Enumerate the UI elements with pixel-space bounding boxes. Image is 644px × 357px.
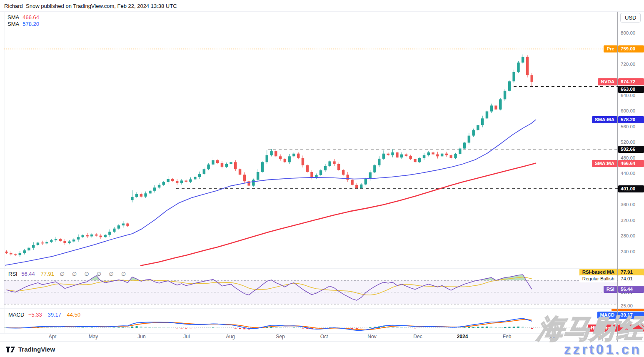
time-axis-label: Sep [276, 334, 285, 340]
time-axis-label: Aug [226, 334, 235, 340]
price-axis-tick: 600.00 [621, 108, 635, 114]
sma-fast-axis-label: SMA:MA [592, 160, 617, 167]
price-axis-tick: 240.00 [621, 249, 635, 255]
price-axis-tick: 560.00 [621, 124, 635, 130]
time-axis-label: Jun [137, 334, 145, 340]
level-401-badge: 401.00 [618, 185, 644, 192]
macd-signal-legend-value: 44.50 [67, 312, 81, 318]
rsi-ma-legend-value: 77.91 [40, 271, 54, 277]
price-axis-tick: 280.00 [621, 233, 635, 239]
price-axis-tick: 320.00 [621, 217, 635, 224]
tradingview-logo-icon [6, 347, 15, 352]
sma-slow-axis-label: SMA:MA [592, 116, 617, 123]
currency-button[interactable]: USD [620, 13, 641, 22]
price-axis-tick: 720.00 [621, 61, 635, 67]
sma-fast-legend-row: SMA466.64 [7, 14, 39, 21]
macd-value-badge: 39.17 [618, 312, 644, 319]
time-axis-label: Nov [367, 334, 376, 340]
publish-header: Richard_Snow published on TradingView.co… [4, 3, 177, 9]
rsi-legend-value: 56.44 [21, 271, 35, 277]
divergence-value: 74.01 [618, 275, 644, 282]
rsi-axis-tick-25: 25.00 [621, 303, 633, 309]
last-price-badge: 674.72 [618, 78, 644, 85]
rsi-legend: RSI 56.44 77.91 ∅ ∅ ∅ ∅ ∅ ∅ [8, 271, 129, 277]
time-axis-label: Apr [596, 334, 604, 340]
rsi-label: RSI [604, 286, 617, 293]
sma-slow-legend-value: 578.20 [22, 21, 39, 27]
sma-fast-value-badge: 466.64 [618, 160, 644, 167]
macd-axis-label: MACD [597, 312, 618, 319]
rsi-value-badge: 56.44 [618, 286, 644, 293]
signal-badge-clipped-label [612, 309, 617, 311]
histogram-axis-label: Histogram [588, 325, 617, 332]
tradingview-brand-text: TradingView [18, 346, 55, 353]
time-axis-label: May [89, 334, 98, 340]
sma-fast-legend-label: SMA [7, 14, 19, 20]
price-axis-tick: 640.00 [621, 92, 635, 99]
macd-legend-value: 39.17 [47, 312, 61, 318]
sma-fast-legend-value: 466.64 [22, 14, 39, 20]
sma-slow-value-badge: 578.20 [618, 116, 644, 123]
rsi-ma-label: RSI-based MA [579, 269, 617, 276]
macd-legend: MACD −5.33 39.17 44.50 [8, 312, 80, 318]
level-502-badge: 502.66 [618, 146, 644, 153]
chart-canvas[interactable] [0, 0, 644, 357]
price-axis-tick: 440.00 [621, 170, 635, 177]
rsi-legend-name: RSI [8, 271, 17, 277]
sma-slow-legend-row: SMA578.20 [7, 21, 39, 27]
time-axis-label: Jul [183, 334, 190, 340]
signal-badge-clipped-value [618, 309, 644, 311]
time-axis-label: Oct [320, 334, 328, 340]
symbol-label: NVDA [598, 78, 617, 85]
histogram-value-badge: −5.33 [618, 325, 644, 332]
premarket-price-badge: 759.00 [618, 45, 644, 52]
tradingview-chart-page: Richard_Snow published on TradingView.co… [0, 0, 644, 357]
sma-slow-legend-label: SMA [7, 21, 19, 27]
price-axis-tick: 520.00 [621, 139, 635, 145]
price-axis-tick: 800.00 [621, 30, 635, 36]
level-663-badge: 663.00 [618, 86, 644, 93]
premarket-label: Pre [604, 45, 617, 52]
time-axis-label: Mar [550, 334, 559, 340]
price-axis-tick: 360.00 [621, 202, 635, 208]
time-axis-label: Feb [503, 334, 512, 340]
time-axis-label: Apr [49, 334, 57, 340]
divergence-label: Regular Bullish [579, 275, 617, 282]
rsi-ma-value-badge: 77.91 [618, 269, 644, 276]
price-legend: SMA466.64 SMA578.20 [7, 14, 39, 27]
rsi-empty-inputs: ∅ ∅ ∅ ∅ ∅ ∅ [60, 271, 129, 277]
macd-legend-name: MACD [8, 312, 24, 318]
tradingview-footer[interactable]: TradingView [6, 346, 55, 353]
time-axis-label: 2024 [457, 334, 468, 340]
time-axis-label: Dec [413, 334, 422, 340]
macd-hist-legend-value: −5.33 [28, 312, 42, 318]
